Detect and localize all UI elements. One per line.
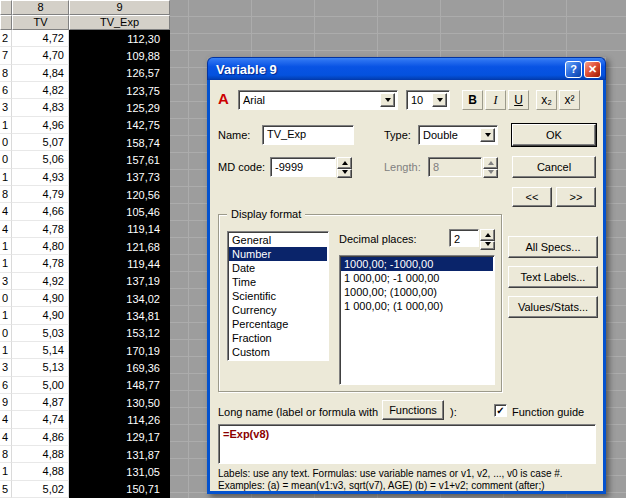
cell-edge[interactable]: 0 [0, 134, 12, 151]
cell-tv-exp[interactable]: 126,57 [69, 65, 170, 82]
cell-tv-exp[interactable]: 119,44 [69, 255, 170, 272]
list-item[interactable]: 1 000,00; -1 000,00 [341, 271, 493, 285]
cell-edge[interactable]: 4 [0, 411, 12, 428]
cell-tv[interactable]: 4,84 [12, 65, 69, 82]
cell-tv[interactable]: 5,03 [12, 325, 69, 342]
values-stats-button[interactable]: Values/Stats... [508, 296, 598, 318]
cell-tv[interactable]: 4,78 [12, 255, 69, 272]
cell-edge[interactable]: 8 [0, 65, 12, 82]
cell-edge[interactable]: 0 [0, 151, 12, 168]
cell-edge[interactable]: 6 [0, 82, 12, 99]
cell-tv[interactable]: 4,74 [12, 411, 69, 428]
cell-tv-exp[interactable]: 105,46 [69, 203, 170, 220]
cell-tv[interactable]: 4,80 [12, 238, 69, 255]
italic-button[interactable]: I [485, 90, 506, 110]
cell-tv-exp[interactable]: 148,77 [69, 377, 170, 394]
cell-tv[interactable]: 5,14 [12, 342, 69, 359]
cell-tv-exp[interactable]: 120,56 [69, 186, 170, 203]
all-specs-button[interactable]: All Specs... [508, 236, 598, 258]
header-edge-cell[interactable] [0, 0, 12, 15]
spin-up-icon[interactable] [337, 157, 352, 169]
cell-tv-exp[interactable]: 134,02 [69, 290, 170, 307]
cell-edge[interactable]: 0 [0, 290, 12, 307]
cell-tv-exp[interactable]: 153,12 [69, 325, 170, 342]
cell-tv-exp[interactable]: 109,88 [69, 47, 170, 64]
cell-tv[interactable]: 4,70 [12, 47, 69, 64]
list-item[interactable]: General [229, 233, 327, 247]
cell-tv-exp[interactable]: 114,26 [69, 411, 170, 428]
md-code-stepper[interactable]: -9999 [270, 157, 352, 177]
cell-edge[interactable]: 1 [0, 117, 12, 134]
cell-tv-exp[interactable]: 137,19 [69, 273, 170, 290]
cell-tv-exp[interactable]: 137,73 [69, 169, 170, 186]
cell-tv-exp[interactable]: 121,68 [69, 238, 170, 255]
list-item[interactable]: Custom [229, 345, 327, 359]
functions-button[interactable]: Functions [382, 400, 444, 420]
chevron-down-icon[interactable] [480, 128, 495, 142]
cell-tv[interactable]: 4,87 [12, 394, 69, 411]
list-item[interactable]: 1000,00; (1000,00) [341, 285, 493, 299]
cell-tv-exp[interactable]: 134,81 [69, 307, 170, 324]
cell-tv[interactable]: 4,90 [12, 290, 69, 307]
cell-edge[interactable]: 1 [0, 169, 12, 186]
cell-tv-exp[interactable]: 119,14 [69, 221, 170, 238]
list-item[interactable]: Scientific [229, 289, 327, 303]
list-item[interactable]: Number [229, 247, 327, 261]
chevron-down-icon[interactable] [432, 93, 447, 107]
ok-button[interactable]: OK [512, 124, 596, 146]
md-code-value[interactable]: -9999 [270, 157, 336, 177]
list-item[interactable]: 1000,00; -1000,00 [341, 257, 493, 271]
subscript-button[interactable]: x₂ [536, 90, 557, 110]
header-edge-cell[interactable] [0, 15, 12, 30]
cell-tv[interactable]: 4,92 [12, 273, 69, 290]
cell-tv[interactable]: 4,79 [12, 186, 69, 203]
cell-tv-exp[interactable]: 123,75 [69, 82, 170, 99]
decimal-places-value[interactable]: 2 [449, 229, 479, 247]
cell-tv-exp[interactable]: 170,19 [69, 342, 170, 359]
function-guide-checkbox[interactable]: ✓ [494, 404, 507, 417]
format-category-list[interactable]: GeneralNumberDateTimeScientificCurrencyP… [227, 231, 329, 361]
cell-tv[interactable]: 5,06 [12, 151, 69, 168]
list-item[interactable]: Currency [229, 303, 327, 317]
list-item[interactable]: Fraction [229, 331, 327, 345]
cell-tv[interactable]: 4,90 [12, 307, 69, 324]
cell-edge[interactable]: 1 [0, 238, 12, 255]
spin-down-icon[interactable] [337, 169, 352, 178]
cell-edge[interactable]: 1 [0, 342, 12, 359]
cell-tv[interactable]: 4,88 [12, 463, 69, 480]
cell-tv[interactable]: 4,86 [12, 429, 69, 446]
cell-edge[interactable]: 9 [0, 394, 12, 411]
cell-tv[interactable]: 5,00 [12, 377, 69, 394]
next-variable-button[interactable]: >> [556, 187, 596, 207]
cell-tv[interactable]: 4,96 [12, 117, 69, 134]
cell-tv-exp[interactable]: 112,30 [69, 30, 170, 47]
cell-edge[interactable]: 8 [0, 186, 12, 203]
previous-variable-button[interactable]: << [512, 187, 552, 207]
dialog-titlebar[interactable]: Variable 9 ? ✕ [207, 57, 606, 80]
cell-tv[interactable]: 4,66 [12, 203, 69, 220]
cell-edge[interactable]: 5 [0, 481, 12, 498]
column-header-8[interactable]: 8 [12, 0, 69, 15]
cell-edge[interactable]: 4 [0, 429, 12, 446]
cell-tv-exp[interactable]: 125,29 [69, 99, 170, 116]
close-button[interactable]: ✕ [584, 61, 601, 78]
spin-down-icon[interactable] [480, 241, 495, 250]
help-button[interactable]: ? [565, 61, 582, 78]
underline-button[interactable]: U [508, 90, 529, 110]
cell-edge[interactable]: 4 [0, 203, 12, 220]
cell-edge[interactable]: 1 [0, 307, 12, 324]
cell-tv[interactable]: 4,78 [12, 221, 69, 238]
column-header-9[interactable]: 9 [69, 0, 170, 15]
formula-textarea[interactable]: =Exp(v8) [218, 424, 596, 464]
cell-edge[interactable]: 0 [0, 325, 12, 342]
cell-edge[interactable]: 7 [0, 47, 12, 64]
cell-edge[interactable]: 1 [0, 255, 12, 272]
cell-edge[interactable]: 1 [0, 463, 12, 480]
cell-tv-exp[interactable]: 131,05 [69, 463, 170, 480]
column-header-tv-exp[interactable]: TV_Exp [69, 15, 170, 30]
font-color-icon[interactable]: A [218, 91, 229, 107]
cell-edge[interactable]: 2 [0, 30, 12, 47]
cell-tv-exp[interactable]: 158,74 [69, 134, 170, 151]
cell-tv[interactable]: 5,13 [12, 359, 69, 376]
cell-tv-exp[interactable]: 157,61 [69, 151, 170, 168]
